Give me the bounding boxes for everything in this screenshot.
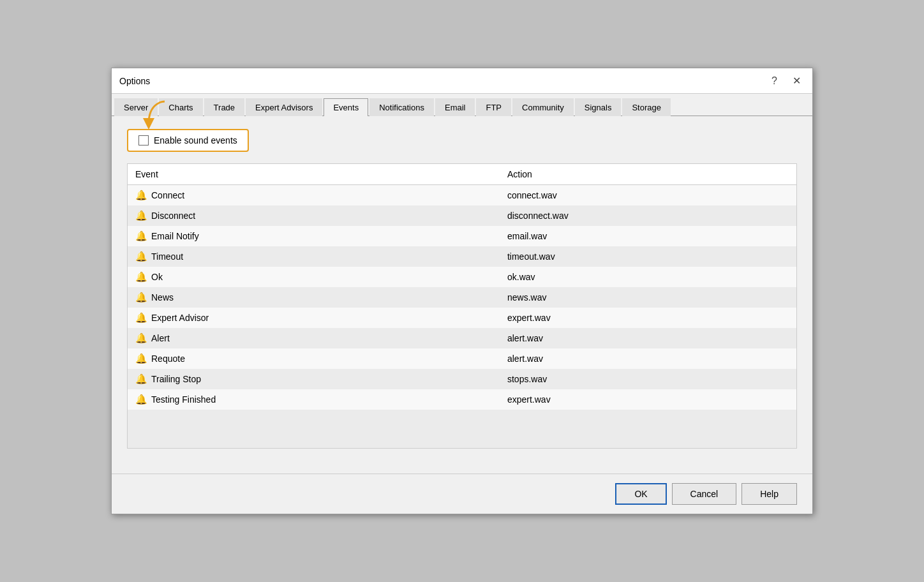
footer: OK Cancel Help <box>112 474 812 514</box>
event-cell: 🔔Disconnect <box>128 205 500 226</box>
tabs-bar: Server Charts Trade Expert Advisors Even… <box>112 94 812 116</box>
table-row[interactable]: 🔔Disconnectdisconnect.wav <box>128 205 797 226</box>
event-cell: 🔔Ok <box>128 267 500 287</box>
enable-sound-checkbox[interactable] <box>138 135 149 146</box>
action-cell: timeout.wav <box>500 246 797 267</box>
table-row[interactable]: 🔔Requotealert.wav <box>128 348 797 369</box>
bell-icon: 🔔 <box>135 230 147 242</box>
action-cell: alert.wav <box>500 328 797 348</box>
events-table: Event Action 🔔Connectconnect.wav🔔Disconn… <box>127 163 797 449</box>
options-dialog: Options ? ✕ Server Charts Trade Expert A… <box>111 68 813 514</box>
table-row[interactable]: 🔔Newsnews.wav <box>128 287 797 308</box>
enable-sound-box[interactable]: Enable sound events <box>127 129 249 152</box>
dialog-title: Options <box>119 76 150 86</box>
bell-icon: 🔔 <box>135 373 147 385</box>
table-header-row: Event Action <box>128 164 797 185</box>
col-header-action: Action <box>500 164 797 185</box>
enable-sound-wrapper: Enable sound events <box>127 129 249 152</box>
bell-icon: 🔔 <box>135 271 147 283</box>
action-cell: email.wav <box>500 226 797 246</box>
bell-icon: 🔔 <box>135 353 147 364</box>
table-row[interactable]: 🔔Testing Finishedexpert.wav <box>128 389 797 410</box>
bell-icon: 🔔 <box>135 190 147 201</box>
tab-trade[interactable]: Trade <box>204 98 244 116</box>
content-area: Enable sound events Event Action 🔔Connec… <box>112 116 812 474</box>
cancel-button[interactable]: Cancel <box>672 483 737 505</box>
table-row[interactable]: 🔔Email Notifyemail.wav <box>128 226 797 246</box>
event-cell: 🔔Email Notify <box>128 226 500 246</box>
help-button[interactable]: Help <box>741 483 797 505</box>
table-row[interactable]: 🔔Expert Advisorexpert.wav <box>128 308 797 328</box>
tab-community[interactable]: Community <box>512 98 574 116</box>
empty-row <box>128 410 797 448</box>
event-cell: 🔔Trailing Stop <box>128 369 500 389</box>
action-cell: stops.wav <box>500 369 797 389</box>
tab-notifications[interactable]: Notifications <box>369 98 434 116</box>
table-row[interactable]: 🔔Timeouttimeout.wav <box>128 246 797 267</box>
col-header-event: Event <box>128 164 500 185</box>
bell-icon: 🔔 <box>135 292 147 303</box>
close-title-button[interactable]: ✕ <box>789 73 805 88</box>
event-cell: 🔔Connect <box>128 185 500 206</box>
event-cell: 🔔Expert Advisor <box>128 308 500 328</box>
tab-signals[interactable]: Signals <box>575 98 622 116</box>
action-cell: expert.wav <box>500 389 797 410</box>
bell-icon: 🔔 <box>135 312 147 324</box>
action-cell: alert.wav <box>500 348 797 369</box>
tab-storage[interactable]: Storage <box>622 98 671 116</box>
action-cell: news.wav <box>500 287 797 308</box>
event-cell: 🔔Alert <box>128 328 500 348</box>
bell-icon: 🔔 <box>135 394 147 405</box>
title-bar: Options ? ✕ <box>112 68 812 94</box>
tab-email[interactable]: Email <box>435 98 475 116</box>
bell-icon: 🔔 <box>135 332 147 344</box>
action-cell: disconnect.wav <box>500 205 797 226</box>
table-row[interactable]: 🔔Connectconnect.wav <box>128 185 797 206</box>
title-bar-controls: ? ✕ <box>768 73 805 88</box>
arrow-annotation <box>136 98 174 130</box>
action-cell: expert.wav <box>500 308 797 328</box>
table-row[interactable]: 🔔Okok.wav <box>128 267 797 287</box>
event-cell: 🔔Testing Finished <box>128 389 500 410</box>
action-cell: connect.wav <box>500 185 797 206</box>
action-cell: ok.wav <box>500 267 797 287</box>
bell-icon: 🔔 <box>135 251 147 262</box>
tab-ftp[interactable]: FTP <box>476 98 511 116</box>
enable-sound-label: Enable sound events <box>154 135 237 146</box>
event-cell: 🔔News <box>128 287 500 308</box>
tab-expert-advisors[interactable]: Expert Advisors <box>246 98 322 116</box>
help-title-button[interactable]: ? <box>768 74 781 88</box>
event-cell: 🔔Timeout <box>128 246 500 267</box>
ok-button[interactable]: OK <box>615 483 666 505</box>
table-row[interactable]: 🔔Trailing Stopstops.wav <box>128 369 797 389</box>
tab-events[interactable]: Events <box>324 98 368 116</box>
arrow-icon <box>136 98 174 130</box>
bell-icon: 🔔 <box>135 210 147 221</box>
table-row[interactable]: 🔔Alertalert.wav <box>128 328 797 348</box>
event-cell: 🔔Requote <box>128 348 500 369</box>
